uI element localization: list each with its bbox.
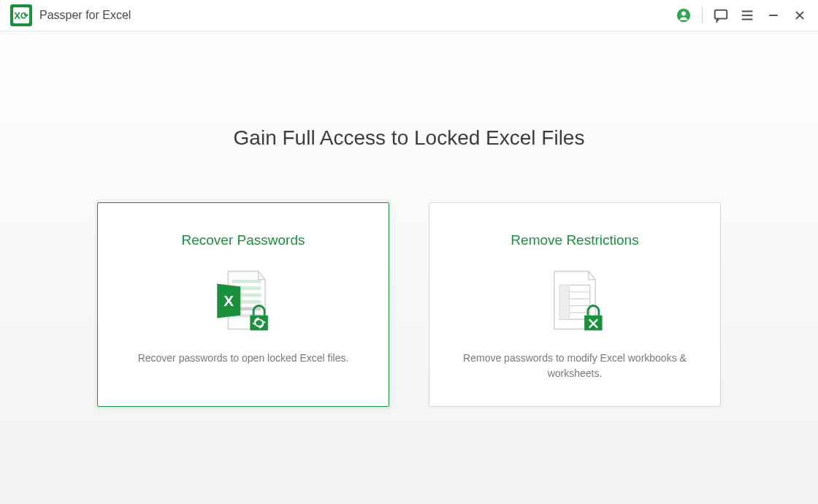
- title-left: X⟳ Passper for Excel: [10, 4, 131, 26]
- remove-illustration: [540, 264, 609, 336]
- options-row: Recover Passwords X: [97, 202, 721, 407]
- card-desc: Recover passwords to open locked Excel f…: [138, 351, 349, 366]
- app-title: Passper for Excel: [39, 9, 131, 22]
- title-bar: X⟳ Passper for Excel: [0, 0, 818, 31]
- svg-rect-28: [559, 285, 569, 319]
- title-right: [676, 7, 808, 23]
- divider: [702, 7, 703, 23]
- app-icon: X⟳: [10, 4, 32, 26]
- svg-rect-10: [232, 280, 261, 283]
- app-icon-x: X⟳: [14, 10, 28, 21]
- recover-illustration: X: [209, 264, 278, 336]
- svg-rect-2: [715, 10, 727, 19]
- card-title: Recover Passwords: [182, 232, 305, 248]
- feedback-icon[interactable]: [713, 7, 729, 23]
- menu-icon[interactable]: [739, 7, 755, 23]
- card-recover-passwords[interactable]: Recover Passwords X: [97, 202, 389, 407]
- card-desc: Remove passwords to modify Excel workboo…: [458, 351, 692, 381]
- page-headline: Gain Full Access to Locked Excel Files: [234, 126, 585, 150]
- close-icon[interactable]: [792, 7, 808, 23]
- main-content: Gain Full Access to Locked Excel Files R…: [0, 31, 818, 504]
- card-title: Remove Restrictions: [511, 232, 638, 248]
- card-remove-restrictions[interactable]: Remove Restrictions: [429, 202, 721, 407]
- svg-text:X: X: [223, 292, 234, 309]
- svg-point-1: [681, 12, 686, 16]
- user-icon[interactable]: [676, 7, 692, 23]
- minimize-icon[interactable]: [765, 7, 781, 23]
